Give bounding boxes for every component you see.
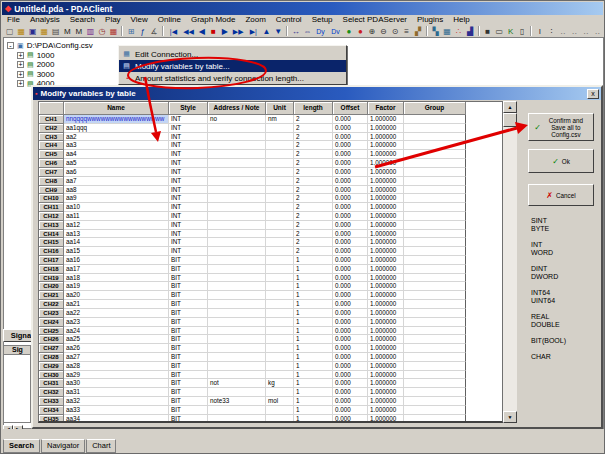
cell-unit[interactable] — [266, 327, 294, 336]
zoom-in-icon[interactable]: ⊕ — [366, 26, 378, 37]
cell-style[interactable]: INT — [169, 141, 208, 150]
cell-length[interactable]: 2 — [294, 194, 333, 203]
cell-offset[interactable]: 0.000 — [333, 388, 368, 397]
graph-mode-icon[interactable]: ▚ — [430, 26, 442, 37]
cell-style[interactable]: BIT — [169, 291, 208, 300]
cell-length[interactable]: 1 — [294, 309, 333, 318]
cell-style[interactable]: INT — [169, 203, 208, 212]
cell-group[interactable] — [404, 177, 466, 186]
row-header-ch32[interactable]: CH32 — [39, 388, 64, 397]
cell-name[interactable]: aa11 — [64, 212, 169, 221]
angle-icon[interactable]: ∡ — [148, 26, 160, 37]
cell-unit[interactable] — [266, 186, 294, 195]
cell-offset[interactable]: 0.000 — [333, 415, 368, 423]
fit-height-icon[interactable]: ⇔ — [301, 26, 313, 37]
confirm-save-button[interactable]: ✓ Confirm and Save all to Config.csv — [528, 113, 594, 141]
menu-select-pdaserver[interactable]: Select PDAServer — [338, 15, 412, 25]
row-header-ch10[interactable]: CH10 — [39, 194, 64, 203]
cell-offset[interactable]: 0.000 — [333, 133, 368, 142]
cell-unit[interactable] — [266, 159, 294, 168]
menu-analysis[interactable]: Analysis — [25, 15, 65, 25]
cell-length[interactable]: 1 — [294, 415, 333, 423]
cell-group[interactable] — [404, 221, 466, 230]
calendar-icon[interactable]: ▦ — [108, 26, 120, 37]
cell-factor[interactable]: 1.000000 — [368, 309, 404, 318]
cell-length[interactable]: 1 — [294, 379, 333, 388]
cell-name[interactable]: aa5 — [64, 159, 169, 168]
cell-unit[interactable] — [266, 318, 294, 327]
row-header-ch16[interactable]: CH16 — [39, 247, 64, 256]
cell-factor[interactable]: 1.000000 — [368, 194, 404, 203]
fit-width-icon[interactable]: ↔ — [290, 26, 302, 37]
cell-group[interactable] — [404, 415, 466, 423]
cell-length[interactable]: 1 — [294, 300, 333, 309]
cell-group[interactable] — [404, 397, 466, 406]
cell-group[interactable] — [404, 274, 466, 283]
cell-style[interactable]: BIT — [169, 353, 208, 362]
cell-group[interactable] — [404, 141, 466, 150]
row-header-ch13[interactable]: CH13 — [39, 221, 64, 230]
cell-group[interactable] — [404, 265, 466, 274]
cell-name[interactable]: nnqqqqwwwwwwwwwwwwwwwww — [64, 115, 169, 124]
cell-style[interactable]: INT — [169, 115, 208, 124]
cell-factor[interactable]: 1.000000 — [368, 327, 404, 336]
ok-button[interactable]: ✓ Ok — [528, 149, 594, 173]
cell-note[interactable] — [208, 141, 266, 150]
cell-unit[interactable] — [266, 415, 294, 423]
row-header-ch33[interactable]: CH33 — [39, 397, 64, 406]
cell-length[interactable]: 1 — [294, 327, 333, 336]
cell-style[interactable]: BIT — [169, 388, 208, 397]
row-header-ch14[interactable]: CH14 — [39, 230, 64, 239]
row-header-ch20[interactable]: CH20 — [39, 282, 64, 291]
cell-name[interactable]: aa4 — [64, 150, 169, 159]
row-header-ch9[interactable]: CH9 — [39, 186, 64, 195]
cell-name[interactable]: aa21 — [64, 300, 169, 309]
cell-length[interactable]: 1 — [294, 406, 333, 415]
menu-item-modify-variables-by-table[interactable]: ▤Modify variables by table... — [119, 60, 346, 72]
row-header-ch8[interactable]: CH8 — [39, 177, 64, 186]
tab-search[interactable]: Search — [3, 439, 40, 453]
cell-style[interactable]: INT — [169, 159, 208, 168]
cell-style[interactable]: INT — [169, 186, 208, 195]
cell-unit[interactable] — [266, 291, 294, 300]
cell-group[interactable] — [404, 186, 466, 195]
cursor-one-icon[interactable]: I — [534, 26, 546, 37]
cell-factor[interactable]: 1.000000 — [368, 150, 404, 159]
cell-length[interactable]: 2 — [294, 159, 333, 168]
cell-length[interactable]: 2 — [294, 141, 333, 150]
cell-group[interactable] — [404, 256, 466, 265]
cell-unit[interactable] — [266, 300, 294, 309]
menu-play[interactable]: Play — [100, 15, 126, 25]
cell-length[interactable]: 2 — [294, 133, 333, 142]
cell-offset[interactable]: 0.000 — [333, 212, 368, 221]
cell-group[interactable] — [404, 159, 466, 168]
cell-length[interactable]: 2 — [294, 186, 333, 195]
cell-unit[interactable] — [266, 230, 294, 239]
cell-offset[interactable]: 0.000 — [333, 141, 368, 150]
cell-name[interactable]: aa2 — [64, 133, 169, 142]
row-header-ch18[interactable]: CH18 — [39, 265, 64, 274]
column-header-style[interactable]: Style — [169, 102, 208, 115]
scroll-down-icon[interactable]: ▼ — [503, 411, 517, 423]
cell-unit[interactable] — [266, 247, 294, 256]
cell-factor[interactable]: 1.000000 — [368, 406, 404, 415]
cell-group[interactable] — [404, 115, 466, 124]
cursor-two-icon[interactable]: ∶ — [546, 26, 558, 37]
row-header-ch27[interactable]: CH27 — [39, 344, 64, 353]
globe-red-icon[interactable]: ● — [355, 26, 367, 37]
menu-item-amount-statistics-and-verify-connection-length[interactable]: ◔Amount statistics and verify connection… — [119, 72, 346, 84]
cell-group[interactable] — [404, 124, 466, 133]
cell-name[interactable]: aa26 — [64, 344, 169, 353]
cell-name[interactable]: aa16 — [64, 256, 169, 265]
row-header-ch2[interactable]: CH2 — [39, 124, 64, 133]
cell-length[interactable]: 1 — [294, 353, 333, 362]
cell-style[interactable]: INT — [169, 230, 208, 239]
cell-name[interactable]: aa14 — [64, 238, 169, 247]
bar-chart-icon[interactable]: ▟ — [464, 26, 476, 37]
column-header-length[interactable]: length — [294, 102, 333, 115]
cell-factor[interactable]: 1.000000 — [368, 133, 404, 142]
cell-style[interactable]: BIT — [169, 335, 208, 344]
column-header-factor[interactable]: Factor — [368, 102, 404, 115]
cell-unit[interactable] — [266, 221, 294, 230]
cell-style[interactable]: BIT — [169, 415, 208, 423]
